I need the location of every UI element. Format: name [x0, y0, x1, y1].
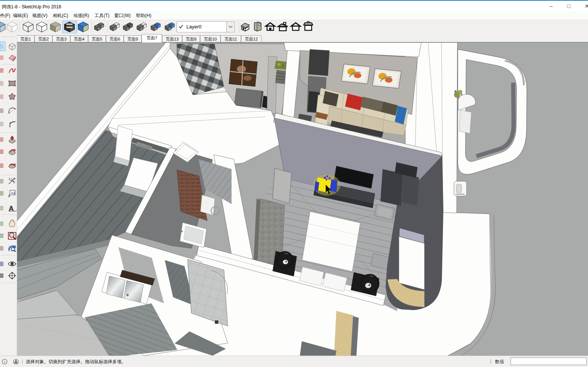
svg-text:i: i [4, 360, 5, 364]
svg-text:Layer0: Layer0 [186, 24, 202, 30]
svg-text:A1: A1 [11, 191, 15, 195]
svg-text:5: 5 [9, 177, 10, 180]
